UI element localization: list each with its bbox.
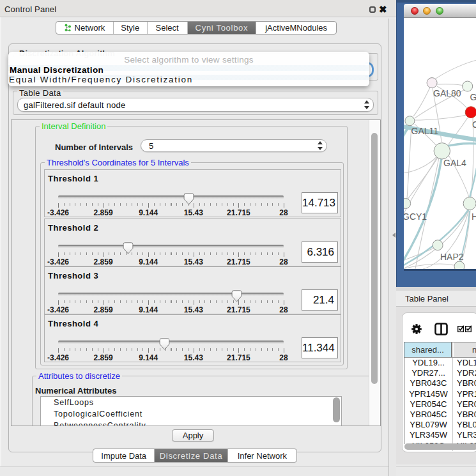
- svg-text:H: H: [472, 211, 476, 222]
- svg-text:HAP2: HAP2: [440, 252, 464, 262]
- svg-text:GAL80: GAL80: [433, 88, 461, 98]
- svg-text:GCY1: GCY1: [404, 211, 427, 222]
- svg-text:C: C: [472, 119, 476, 130]
- svg-text:GA: GA: [470, 92, 476, 102]
- svg-text:GAL4: GAL4: [443, 158, 466, 168]
- svg-text:GAL11: GAL11: [411, 126, 439, 136]
